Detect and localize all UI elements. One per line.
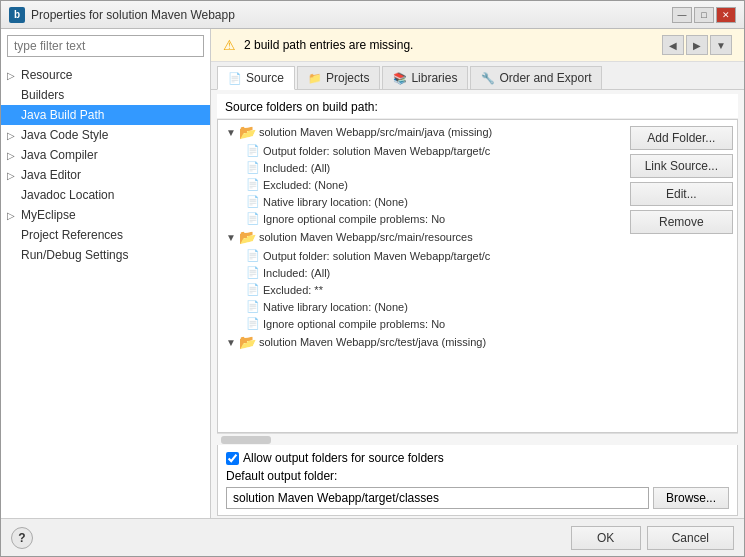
expand-arrow: ▷ xyxy=(7,150,17,161)
maximize-button[interactable]: □ xyxy=(694,7,714,23)
add-folder-button[interactable]: Add Folder... xyxy=(630,126,733,150)
tree-item-output1[interactable]: 📄 Output folder: solution Maven Webapp/t… xyxy=(218,142,626,159)
filter-input[interactable] xyxy=(7,35,204,57)
tree-item-label: Output folder: solution Maven Webapp/tar… xyxy=(263,145,490,157)
nav-back-button[interactable]: ◀ xyxy=(662,35,684,55)
sub-icon: 📄 xyxy=(246,317,260,330)
sidebar-item-label: Javadoc Location xyxy=(21,188,114,202)
expand-arrow: ▷ xyxy=(7,70,17,81)
folder-icon: 📂 xyxy=(239,334,256,350)
output-folder-label: Default output folder: xyxy=(226,467,729,485)
tree-item-included1[interactable]: 📄 Included: (All) xyxy=(218,159,626,176)
source-panel-header-text: Source folders on build path: xyxy=(225,100,378,114)
projects-tab-icon: 📁 xyxy=(308,71,322,85)
build-tree: ▼ 📂 solution Maven Webapp/src/main/java … xyxy=(218,120,626,354)
sidebar-item-label: Resource xyxy=(21,68,72,82)
title-bar: b Properties for solution Maven Webapp —… xyxy=(1,1,744,29)
sidebar-item-java-editor[interactable]: ▷ Java Editor xyxy=(1,165,210,185)
help-button[interactable]: ? xyxy=(11,527,33,549)
expand-arrow: ▷ xyxy=(7,170,17,181)
tree-item-src-test-java[interactable]: ▼ 📂 solution Maven Webapp/src/test/java … xyxy=(218,332,626,352)
tree-item-excluded1[interactable]: 📄 Excluded: (None) xyxy=(218,176,626,193)
tree-item-native1[interactable]: 📄 Native library location: (None) xyxy=(218,193,626,210)
horizontal-scrollbar[interactable] xyxy=(217,433,738,445)
tree-item-label: Ignore optional compile problems: No xyxy=(263,318,445,330)
close-button[interactable]: ✕ xyxy=(716,7,736,23)
sub-icon: 📄 xyxy=(246,300,260,313)
sidebar-item-project-references[interactable]: Project References xyxy=(1,225,210,245)
bottom-bar: Allow output folders for source folders … xyxy=(217,445,738,516)
panel-header: Source folders on build path: xyxy=(217,94,738,119)
tree-item-label: Ignore optional compile problems: No xyxy=(263,213,445,225)
tree-item-label: Output folder: solution Maven Webapp/tar… xyxy=(263,250,490,262)
sidebar-item-resource[interactable]: ▷ Resource xyxy=(1,65,210,85)
main-window: b Properties for solution Maven Webapp —… xyxy=(0,0,745,557)
sidebar-item-java-compiler[interactable]: ▷ Java Compiler xyxy=(1,145,210,165)
tab-order-label: Order and Export xyxy=(499,71,591,85)
link-source-button[interactable]: Link Source... xyxy=(630,154,733,178)
tree-item-label: Included: (All) xyxy=(263,162,330,174)
tab-projects[interactable]: 📁 Projects xyxy=(297,66,380,89)
sidebar-tree: ▷ Resource Builders Java Build Path ▷ Ja… xyxy=(1,63,210,518)
libraries-tab-icon: 📚 xyxy=(393,71,407,85)
output-folder-input[interactable] xyxy=(226,487,649,509)
tree-item-label: Excluded: ** xyxy=(263,284,323,296)
sidebar-item-javadoc[interactable]: Javadoc Location xyxy=(1,185,210,205)
sidebar-item-label: Java Code Style xyxy=(21,128,108,142)
tab-libraries[interactable]: 📚 Libraries xyxy=(382,66,468,89)
folder-icon: 📂 xyxy=(239,229,256,245)
tree-item-output2[interactable]: 📄 Output folder: solution Maven Webapp/t… xyxy=(218,247,626,264)
tree-item-included2[interactable]: 📄 Included: (All) xyxy=(218,264,626,281)
warning-text: 2 build path entries are missing. xyxy=(244,38,413,52)
cancel-button[interactable]: Cancel xyxy=(647,526,734,550)
sidebar-item-label: Run/Debug Settings xyxy=(21,248,128,262)
sidebar-item-run-debug[interactable]: Run/Debug Settings xyxy=(1,245,210,265)
sidebar-item-builders[interactable]: Builders xyxy=(1,85,210,105)
allow-output-checkbox[interactable] xyxy=(226,452,239,465)
tree-item-ignore1[interactable]: 📄 Ignore optional compile problems: No xyxy=(218,210,626,227)
sub-icon: 📄 xyxy=(246,283,260,296)
sidebar: ▷ Resource Builders Java Build Path ▷ Ja… xyxy=(1,29,211,518)
tree-item-ignore2[interactable]: 📄 Ignore optional compile problems: No xyxy=(218,315,626,332)
tree-item-label: Excluded: (None) xyxy=(263,179,348,191)
title-bar-left: b Properties for solution Maven Webapp xyxy=(9,7,235,23)
sidebar-item-label: Project References xyxy=(21,228,123,242)
tab-order-export[interactable]: 🔧 Order and Export xyxy=(470,66,602,89)
collapse-icon: ▼ xyxy=(226,337,236,348)
collapse-icon: ▼ xyxy=(226,232,236,243)
tree-item-excluded2[interactable]: 📄 Excluded: ** xyxy=(218,281,626,298)
tree-item-native2[interactable]: 📄 Native library location: (None) xyxy=(218,298,626,315)
tab-source[interactable]: 📄 Source xyxy=(217,66,295,90)
sidebar-item-myeclipse[interactable]: ▷ MyEclipse xyxy=(1,205,210,225)
ok-button[interactable]: OK xyxy=(571,526,641,550)
app-icon: b xyxy=(9,7,25,23)
tree-item-src-main-java[interactable]: ▼ 📂 solution Maven Webapp/src/main/java … xyxy=(218,122,626,142)
minimize-button[interactable]: — xyxy=(672,7,692,23)
remove-button[interactable]: Remove xyxy=(630,210,733,234)
tab-source-label: Source xyxy=(246,71,284,85)
tree-item-label: solution Maven Webapp/src/main/resources xyxy=(259,231,473,243)
window-title: Properties for solution Maven Webapp xyxy=(31,8,235,22)
tree-item-src-main-resources[interactable]: ▼ 📂 solution Maven Webapp/src/main/resou… xyxy=(218,227,626,247)
sidebar-item-java-code-style[interactable]: ▷ Java Code Style xyxy=(1,125,210,145)
hscroll-thumb xyxy=(221,436,271,444)
expand-arrow: ▷ xyxy=(7,210,17,221)
sub-icon: 📄 xyxy=(246,178,260,191)
build-path-tree[interactable]: ▼ 📂 solution Maven Webapp/src/main/java … xyxy=(218,120,626,432)
warning-icon: ⚠ xyxy=(223,37,236,53)
nav-dropdown-button[interactable]: ▼ xyxy=(710,35,732,55)
sidebar-item-java-build-path[interactable]: Java Build Path xyxy=(1,105,210,125)
tree-item-label: Native library location: (None) xyxy=(263,301,408,313)
nav-forward-button[interactable]: ▶ xyxy=(686,35,708,55)
browse-button[interactable]: Browse... xyxy=(653,487,729,509)
sub-icon: 📄 xyxy=(246,144,260,157)
output-row: Browse... xyxy=(226,485,729,511)
nav-buttons: ◀ ▶ ▼ xyxy=(662,35,732,55)
edit-button[interactable]: Edit... xyxy=(630,182,733,206)
tree-item-label: solution Maven Webapp/src/main/java (mis… xyxy=(259,126,492,138)
tree-item-label: Included: (All) xyxy=(263,267,330,279)
sub-icon: 📄 xyxy=(246,161,260,174)
allow-output-label: Allow output folders for source folders xyxy=(243,451,444,465)
warning-bar: ⚠ 2 build path entries are missing. ◀ ▶ … xyxy=(211,29,744,62)
sidebar-item-label: Java Build Path xyxy=(21,108,104,122)
